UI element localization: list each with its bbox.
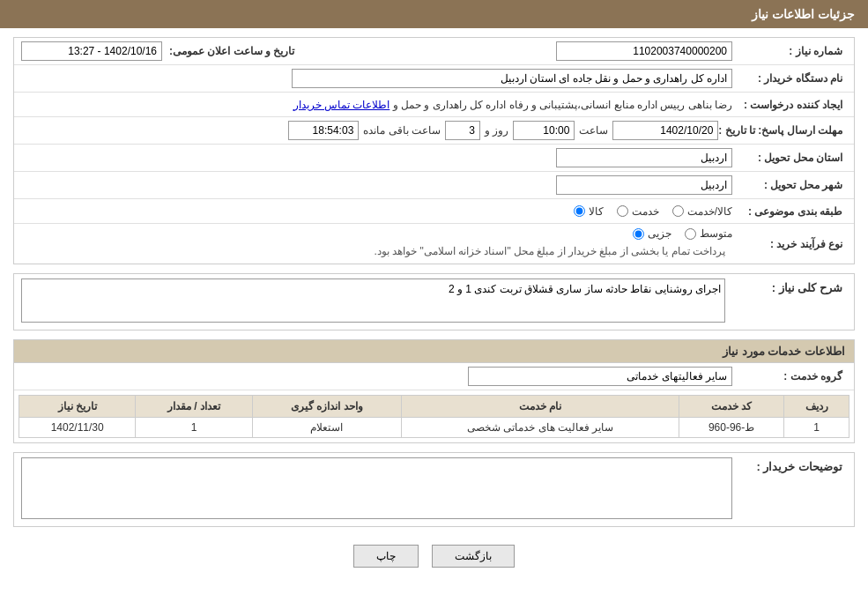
radio-jozii-item: جزیی [633, 227, 671, 240]
rooz-label: روز و [485, 124, 508, 137]
cell-tedad: 1 [136, 418, 252, 438]
ostan-input[interactable] [556, 148, 732, 167]
cell-kod: ط-96-960 [679, 418, 783, 438]
cell-tarikh: 1402/11/30 [19, 418, 136, 438]
col-radif: ردیف [784, 396, 849, 418]
cell-name: سایر فعالیت های خدماتی شخصی [402, 418, 679, 438]
radio-kala-khedmat-item: کالا/خدمت [672, 205, 732, 218]
radio-khedmat-item: خدمت [617, 205, 659, 218]
button-row: بازگشت چاپ [13, 536, 855, 576]
shahr-input[interactable] [556, 175, 732, 195]
back-button[interactable]: بازگشت [432, 545, 515, 568]
ijad-konande-link[interactable]: اطلاعات تماس خریدار [293, 99, 390, 111]
mohlat-label: مهلت ارسال پاسخ: تا تاریخ : [718, 124, 847, 137]
nam-dastgah-value [21, 69, 732, 88]
ostan-value [21, 148, 732, 167]
radio-jozii[interactable] [633, 228, 644, 240]
radio-khedmat[interactable] [617, 205, 628, 217]
baghimande-label: ساعت باقی مانده [363, 124, 441, 137]
tabaghe-label: طبقه بندی موضوعی : [732, 205, 847, 218]
khedmat-section: اطلاعات خدمات مورد نیاز گروه خدمت : ردیف… [13, 339, 855, 443]
noe-farayand-label: نوع فرآیند خرید : [732, 238, 847, 250]
tarikh-sabt-input[interactable] [21, 41, 162, 61]
print-button[interactable]: چاپ [353, 545, 419, 568]
radio-khedmat-label: خدمت [632, 205, 659, 218]
shomare-niaz-label: شماره نیاز : [732, 45, 847, 57]
process-note: پرداخت تمام یا بخشی از مبلغ خریدار از مب… [21, 242, 732, 260]
radio-kala-label: کالا [589, 205, 604, 218]
noe-farayand-value: متوسط جزیی پرداخت تمام یا بخشی از مبلغ خ… [21, 227, 732, 260]
cell-vahed: استعلام [252, 418, 401, 438]
col-tarikh: تاریخ نیاز [19, 396, 136, 418]
shomare-niaz-value [325, 41, 732, 61]
mohlat-value: ساعت روز و ساعت باقی مانده [21, 121, 718, 140]
grohe-khedmat-input[interactable] [468, 367, 732, 386]
nam-dastgah-input[interactable] [292, 69, 732, 88]
khedmat-section-title: اطلاعات خدمات مورد نیاز [14, 340, 854, 363]
tabaghe-row: طبقه بندی موضوعی : کالا/خدمت خدمت کالا [14, 199, 854, 224]
main-info-section: شماره نیاز : تاریخ و ساعت اعلان عمومی: ن… [13, 37, 855, 264]
ijad-konande-text: رضا بناهی رییس اداره منابع انسانی،پشتیبا… [393, 99, 732, 111]
tozihat-label: توضیحات خریدار : [732, 457, 847, 473]
radio-kala-khedmat[interactable] [672, 205, 684, 217]
service-table: ردیف کد خدمت نام خدمت واحد اندازه گیری ت… [19, 395, 849, 438]
mohlat-row: مهلت ارسال پاسخ: تا تاریخ : ساعت روز و س… [14, 117, 854, 145]
grohe-khedmat-value [21, 367, 732, 386]
grohe-khedmat-row: گروه خدمت : [14, 363, 854, 390]
col-tedad: تعداد / مقدار [136, 396, 252, 418]
cell-radif: 1 [784, 418, 849, 438]
ostan-label: استان محل تحویل : [732, 152, 847, 164]
tabaghe-value: کالا/خدمت خدمت کالا [21, 205, 732, 218]
radio-motavasset-item: متوسط [685, 227, 732, 240]
nam-dastgah-label: نام دستگاه خریدار : [732, 72, 847, 85]
col-name: نام خدمت [402, 396, 679, 418]
tozihat-textarea[interactable] [21, 457, 732, 519]
shomare-niaz-input[interactable] [556, 41, 732, 61]
page-title: جزئیات اطلاعات نیاز [0, 0, 868, 28]
radio-jozii-label: جزیی [648, 227, 671, 240]
tozihat-value [21, 457, 732, 522]
radio-kala[interactable] [574, 205, 585, 217]
sharh-label: شرح کلی نیاز : [732, 279, 847, 294]
grohe-khedmat-label: گروه خدمت : [732, 370, 847, 382]
col-kod: کد خدمت [679, 396, 783, 418]
radio-motavasset-label: متوسط [700, 227, 732, 240]
saat-input[interactable] [513, 121, 575, 140]
ijad-konande-value: رضا بناهی رییس اداره منابع انسانی،پشتیبا… [21, 99, 732, 111]
shomare-niaz-row: شماره نیاز : تاریخ و ساعت اعلان عمومی: [14, 38, 854, 65]
rooz-input[interactable] [445, 121, 480, 140]
sharh-textarea[interactable]: اجرای روشنایی نقاط حادثه ساز ساری قشلاق … [21, 279, 725, 323]
baghimande-input[interactable] [288, 121, 359, 140]
tozihat-section: توضیحات خریدار : [13, 452, 855, 527]
radio-kala-item: کالا [574, 205, 604, 218]
service-table-container: ردیف کد خدمت نام خدمت واحد اندازه گیری ت… [14, 390, 854, 442]
col-vahed: واحد اندازه گیری [252, 396, 401, 418]
shahr-value [21, 175, 732, 195]
radio-motavasset[interactable] [685, 228, 696, 240]
radio-kala-khedmat-label: کالا/خدمت [687, 205, 732, 218]
noe-farayand-row: نوع فرآیند خرید : متوسط جزیی [14, 224, 854, 264]
sharh-section: شرح کلی نیاز : اجرای روشنایی نقاط حادثه … [13, 273, 855, 330]
ijad-konande-label: ایجاد کننده درخواست : [732, 99, 847, 111]
sharh-value: اجرای روشنایی نقاط حادثه ساز ساری قشلاق … [21, 279, 725, 325]
nam-dastgah-row: نام دستگاه خریدار : [14, 65, 854, 93]
saat-label: ساعت [579, 124, 608, 137]
shahr-row: شهر محل تحویل : [14, 172, 854, 199]
ostan-row: استان محل تحویل : [14, 145, 854, 172]
tarikh-sabt-label: تاریخ و ساعت اعلان عمومی: [169, 45, 299, 57]
shahr-label: شهر محل تحویل : [732, 179, 847, 191]
mohlat-tarikh-input[interactable] [612, 121, 718, 140]
ijad-konande-row: ایجاد کننده درخواست : رضا بناهی رییس ادا… [14, 93, 854, 117]
table-row: 1 ط-96-960 سایر فعالیت های خدماتی شخصی ا… [19, 418, 849, 438]
